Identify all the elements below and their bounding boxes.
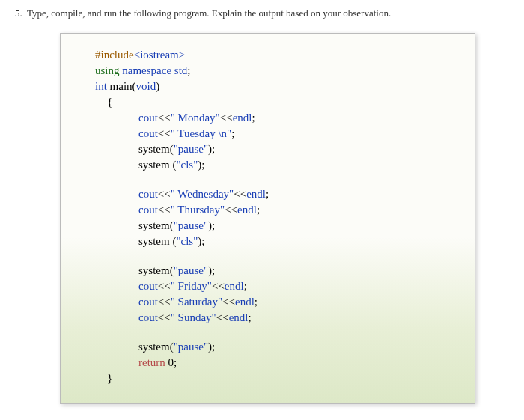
blank-line	[79, 249, 457, 263]
code-line: system ("cls");	[79, 234, 457, 249]
blank-line	[79, 173, 457, 186]
code-line: using namespace std;	[79, 63, 457, 79]
code-line: cout<<" Monday"<<endl;	[79, 110, 457, 126]
code-line: }	[79, 371, 457, 386]
code-line: #include<iostream>	[79, 47, 457, 63]
blank-line	[79, 326, 457, 339]
question-text: 5. Type, compile, and run the following …	[15, 7, 509, 19]
code-line: cout<<" Saturday"<<endl;	[79, 294, 457, 310]
code-line: cout<<" Wednesday"<<endl;	[79, 186, 457, 202]
code-line: int main(void)	[79, 79, 457, 94]
code-block: #include<iostream> using namespace std; …	[60, 33, 475, 404]
code-line: return 0;	[79, 355, 457, 371]
question-body: Type, compile, and run the following pro…	[27, 7, 391, 19]
code-line: cout<<" Friday"<<endl;	[79, 279, 457, 294]
code-line: system("pause");	[79, 141, 457, 157]
code-line: system("pause");	[79, 218, 457, 234]
code-line: system("pause");	[79, 339, 457, 355]
code-line: cout<<" Sunday"<<endl;	[79, 310, 457, 326]
code-line: cout<<" Tuesday \n";	[79, 126, 457, 141]
code-line: system("pause");	[79, 263, 457, 279]
code-line: cout<<" Thursday"<<endl;	[79, 202, 457, 218]
code-line: {	[79, 94, 457, 110]
code-line: system ("cls");	[79, 157, 457, 173]
question-number: 5.	[15, 7, 22, 19]
